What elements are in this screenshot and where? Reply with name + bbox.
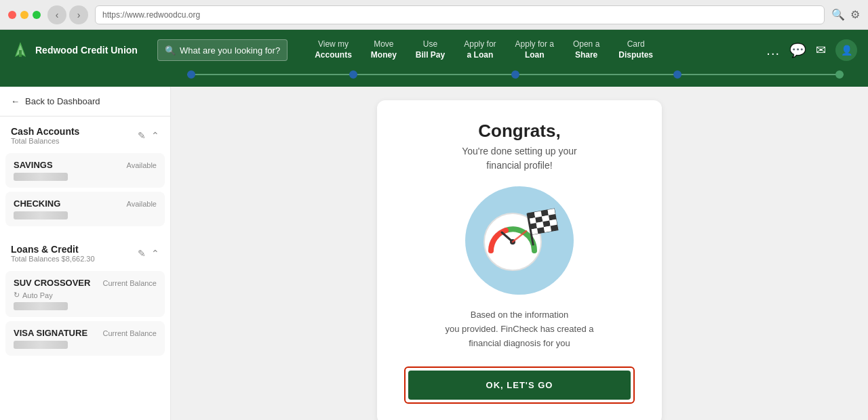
- back-browser-button[interactable]: ‹: [47, 5, 66, 24]
- loans-icons: ✎ ⌃: [138, 248, 159, 259]
- ok-lets-go-button[interactable]: OK, LET'S GO: [408, 371, 631, 400]
- checking-account[interactable]: CHECKING Available: [5, 192, 165, 226]
- savings-account[interactable]: SAVINGS Available: [5, 153, 165, 188]
- address-bar[interactable]: https://www.redwoodcu.org: [95, 5, 825, 24]
- nav-apply-loan-1[interactable]: Apply for a Loan: [454, 34, 505, 66]
- chat-icon[interactable]: 💬: [789, 42, 806, 58]
- chevron-up-icon[interactable]: ⌃: [151, 130, 159, 141]
- congrats-card: Congrats, You're done setting up yourfin…: [377, 100, 662, 420]
- nav-bill-pay[interactable]: Use Bill Pay: [406, 34, 454, 66]
- content-area: Congrats, You're done setting up yourfin…: [171, 87, 868, 420]
- cash-accounts-info: Cash Accounts Total Balances: [11, 126, 79, 145]
- nav-line2: Bill Pay: [416, 50, 445, 61]
- nav-open-share[interactable]: Open a Share: [564, 34, 609, 66]
- progress-dot-1: [187, 70, 195, 79]
- back-to-dashboard-button[interactable]: ← Back to Dashboard: [0, 87, 170, 117]
- nav-view-accounts[interactable]: View my Accounts: [305, 34, 361, 66]
- suv-label: SUV CROSSOVER: [14, 278, 90, 288]
- illustration-circle: [465, 186, 574, 295]
- progress-bar-container: [0, 70, 868, 87]
- app-container: Redwood Credit Union 🔍 What are you look…: [0, 30, 868, 420]
- nav-apply-loan-2[interactable]: Apply for a Loan: [506, 34, 564, 66]
- nav-move-money[interactable]: Move Money: [361, 34, 406, 66]
- forward-browser-button[interactable]: ›: [69, 5, 88, 24]
- loans-credit-header: Loans & Credit Total Balances $8,662.30 …: [0, 234, 170, 267]
- nav-right-icons: ... 💬 ✉ 👤: [766, 39, 857, 61]
- address-text: https://www.redwoodcu.org: [102, 10, 817, 20]
- svg-rect-21: [537, 227, 545, 234]
- nav-line2: Loan: [515, 50, 554, 61]
- svg-rect-10: [541, 210, 549, 217]
- cash-accounts-title: Cash Accounts: [11, 126, 79, 137]
- nav-line1: Move: [371, 39, 397, 50]
- autopay-label: Auto Pay: [22, 291, 53, 299]
- auto-pay-indicator: ↻ Auto Pay: [14, 291, 157, 299]
- mail-icon[interactable]: ✉: [816, 43, 826, 58]
- search-placeholder: What are you looking for?: [180, 45, 280, 56]
- congrats-subtitle: You're done setting up yourfinancial pro…: [404, 144, 635, 173]
- nav-line1: Card: [618, 39, 653, 50]
- svg-rect-19: [549, 219, 557, 226]
- share-icon[interactable]: ⚙: [850, 8, 860, 21]
- close-button[interactable]: [8, 11, 16, 19]
- suv-row: SUV CROSSOVER Current Balance: [14, 278, 157, 288]
- loans-credit-subtitle: Total Balances $8,662.30: [11, 255, 95, 263]
- suv-crossover-account[interactable]: SUV CROSSOVER Current Balance ↻ Auto Pay: [5, 271, 165, 317]
- fincheck-illustration: [472, 193, 567, 288]
- minimize-button[interactable]: [20, 11, 28, 19]
- maximize-button[interactable]: [33, 11, 41, 19]
- svg-rect-18: [542, 221, 550, 228]
- browser-nav-buttons: ‹ ›: [47, 5, 88, 24]
- browser-chrome: ‹ › https://www.redwoodcu.org 🔍 ⚙: [0, 0, 868, 30]
- chevron-up-icon[interactable]: ⌃: [151, 248, 159, 259]
- nav-line1: Use: [416, 39, 445, 50]
- edit-icon[interactable]: ✎: [138, 248, 146, 259]
- progress-dot-3: [511, 70, 519, 79]
- savings-row: SAVINGS Available: [14, 160, 157, 170]
- logo-icon: [11, 41, 30, 60]
- savings-label: SAVINGS: [14, 160, 53, 170]
- progress-dot-4: [673, 70, 682, 79]
- logo-text: Redwood Credit Union: [35, 45, 138, 56]
- cta-button-wrapper: OK, LET'S GO: [404, 366, 635, 404]
- description-line1: Based on the information: [471, 310, 569, 320]
- suv-balance: [14, 302, 68, 310]
- svg-rect-11: [548, 209, 555, 215]
- user-avatar[interactable]: 👤: [835, 39, 857, 61]
- progress-dots: [187, 70, 844, 79]
- nav-line1: Open a: [573, 39, 599, 50]
- description-line3: financial diagnosis for you: [469, 338, 570, 348]
- loans-credit-title: Loans & Credit: [11, 244, 95, 255]
- savings-balance: [14, 173, 68, 181]
- svg-rect-2: [19, 50, 22, 57]
- search-icon[interactable]: 🔍: [831, 8, 845, 21]
- svg-rect-17: [536, 222, 544, 228]
- sidebar: ← Back to Dashboard Cash Accounts Total …: [0, 87, 171, 420]
- progress-track: [187, 70, 844, 79]
- top-nav: Redwood Credit Union 🔍 What are you look…: [0, 30, 868, 70]
- visa-balance: [14, 341, 68, 349]
- visa-row: VISA SIGNATURE Current Balance: [14, 328, 157, 338]
- nav-line1: Apply for a: [515, 39, 554, 50]
- nav-line1: Apply for: [464, 39, 496, 50]
- progress-dot-5: [835, 70, 844, 79]
- cash-accounts-subtitle: Total Balances: [11, 137, 79, 145]
- more-icon[interactable]: ...: [766, 43, 780, 58]
- nav-line2: Share: [573, 50, 599, 61]
- nav-card-disputes[interactable]: Card Disputes: [609, 34, 663, 66]
- search-box[interactable]: 🔍 What are you looking for?: [157, 39, 288, 61]
- svg-rect-9: [534, 211, 542, 218]
- visa-signature-account[interactable]: VISA SIGNATURE Current Balance: [5, 321, 165, 356]
- nav-line1: View my: [315, 39, 352, 50]
- congrats-title: Congrats,: [404, 121, 635, 142]
- cash-accounts-header: Cash Accounts Total Balances ✎ ⌃: [0, 117, 170, 149]
- visa-label: VISA SIGNATURE: [14, 328, 87, 338]
- svg-rect-15: [549, 214, 556, 221]
- main-layout: ← Back to Dashboard Cash Accounts Total …: [0, 87, 868, 420]
- browser-toolbar-icons: 🔍 ⚙: [831, 8, 860, 21]
- svg-rect-14: [542, 215, 549, 222]
- svg-rect-22: [544, 226, 551, 232]
- edit-icon[interactable]: ✎: [138, 130, 146, 141]
- savings-available: Available: [127, 161, 157, 169]
- back-arrow-icon: ←: [11, 96, 20, 106]
